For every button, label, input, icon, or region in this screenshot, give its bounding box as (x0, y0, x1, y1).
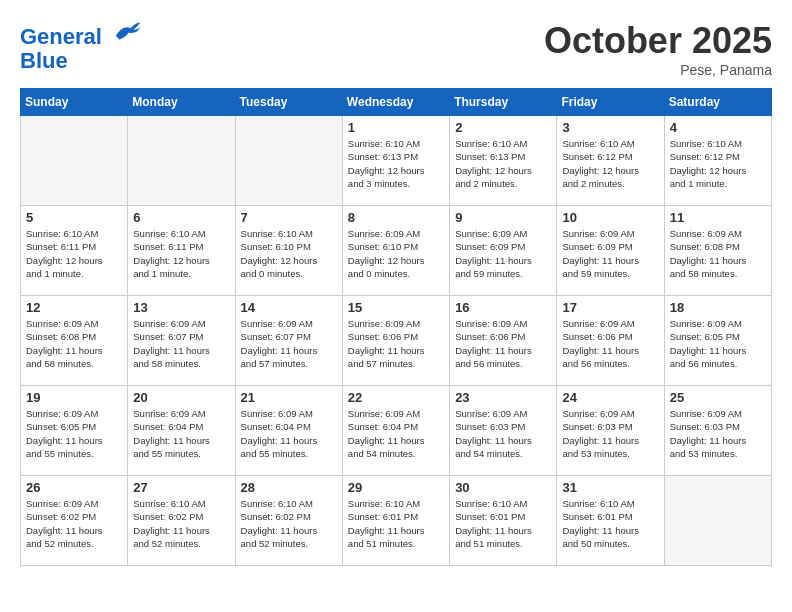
day-number: 4 (670, 120, 766, 135)
logo-text-blue: Blue (20, 49, 142, 73)
day-number: 14 (241, 300, 337, 315)
calendar-cell: 22Sunrise: 6:09 AM Sunset: 6:04 PM Dayli… (342, 386, 449, 476)
day-number: 24 (562, 390, 658, 405)
calendar-cell: 15Sunrise: 6:09 AM Sunset: 6:06 PM Dayli… (342, 296, 449, 386)
calendar-cell: 9Sunrise: 6:09 AM Sunset: 6:09 PM Daylig… (450, 206, 557, 296)
day-info: Sunrise: 6:09 AM Sunset: 6:10 PM Dayligh… (348, 227, 444, 280)
page-header: General Blue October 2025 Pese, Panama (20, 20, 772, 78)
day-header-wednesday: Wednesday (342, 89, 449, 116)
day-info: Sunrise: 6:09 AM Sunset: 6:09 PM Dayligh… (562, 227, 658, 280)
calendar-cell: 17Sunrise: 6:09 AM Sunset: 6:06 PM Dayli… (557, 296, 664, 386)
calendar-cell: 24Sunrise: 6:09 AM Sunset: 6:03 PM Dayli… (557, 386, 664, 476)
day-info: Sunrise: 6:10 AM Sunset: 6:02 PM Dayligh… (241, 497, 337, 550)
calendar-cell: 27Sunrise: 6:10 AM Sunset: 6:02 PM Dayli… (128, 476, 235, 566)
day-number: 30 (455, 480, 551, 495)
calendar-cell: 2Sunrise: 6:10 AM Sunset: 6:13 PM Daylig… (450, 116, 557, 206)
day-number: 3 (562, 120, 658, 135)
day-number: 7 (241, 210, 337, 225)
day-info: Sunrise: 6:09 AM Sunset: 6:07 PM Dayligh… (241, 317, 337, 370)
week-row-3: 19Sunrise: 6:09 AM Sunset: 6:05 PM Dayli… (21, 386, 772, 476)
day-info: Sunrise: 6:10 AM Sunset: 6:13 PM Dayligh… (455, 137, 551, 190)
day-info: Sunrise: 6:10 AM Sunset: 6:10 PM Dayligh… (241, 227, 337, 280)
day-info: Sunrise: 6:10 AM Sunset: 6:01 PM Dayligh… (455, 497, 551, 550)
calendar-cell: 19Sunrise: 6:09 AM Sunset: 6:05 PM Dayli… (21, 386, 128, 476)
calendar-table: SundayMondayTuesdayWednesdayThursdayFrid… (20, 88, 772, 566)
day-info: Sunrise: 6:09 AM Sunset: 6:05 PM Dayligh… (670, 317, 766, 370)
calendar-cell: 11Sunrise: 6:09 AM Sunset: 6:08 PM Dayli… (664, 206, 771, 296)
calendar-cell: 26Sunrise: 6:09 AM Sunset: 6:02 PM Dayli… (21, 476, 128, 566)
day-info: Sunrise: 6:09 AM Sunset: 6:08 PM Dayligh… (26, 317, 122, 370)
calendar-cell: 6Sunrise: 6:10 AM Sunset: 6:11 PM Daylig… (128, 206, 235, 296)
day-info: Sunrise: 6:09 AM Sunset: 6:04 PM Dayligh… (133, 407, 229, 460)
day-info: Sunrise: 6:09 AM Sunset: 6:03 PM Dayligh… (670, 407, 766, 460)
day-number: 31 (562, 480, 658, 495)
calendar-cell: 1Sunrise: 6:10 AM Sunset: 6:13 PM Daylig… (342, 116, 449, 206)
calendar-cell: 20Sunrise: 6:09 AM Sunset: 6:04 PM Dayli… (128, 386, 235, 476)
day-info: Sunrise: 6:10 AM Sunset: 6:11 PM Dayligh… (26, 227, 122, 280)
day-number: 20 (133, 390, 229, 405)
day-info: Sunrise: 6:10 AM Sunset: 6:11 PM Dayligh… (133, 227, 229, 280)
calendar-cell: 7Sunrise: 6:10 AM Sunset: 6:10 PM Daylig… (235, 206, 342, 296)
day-number: 13 (133, 300, 229, 315)
calendar-cell (235, 116, 342, 206)
calendar-cell: 13Sunrise: 6:09 AM Sunset: 6:07 PM Dayli… (128, 296, 235, 386)
day-number: 1 (348, 120, 444, 135)
day-info: Sunrise: 6:10 AM Sunset: 6:13 PM Dayligh… (348, 137, 444, 190)
day-header-friday: Friday (557, 89, 664, 116)
calendar-cell: 14Sunrise: 6:09 AM Sunset: 6:07 PM Dayli… (235, 296, 342, 386)
calendar-cell: 16Sunrise: 6:09 AM Sunset: 6:06 PM Dayli… (450, 296, 557, 386)
day-info: Sunrise: 6:10 AM Sunset: 6:12 PM Dayligh… (562, 137, 658, 190)
day-header-saturday: Saturday (664, 89, 771, 116)
day-number: 29 (348, 480, 444, 495)
day-info: Sunrise: 6:09 AM Sunset: 6:07 PM Dayligh… (133, 317, 229, 370)
calendar-cell (128, 116, 235, 206)
day-number: 18 (670, 300, 766, 315)
calendar-cell: 31Sunrise: 6:10 AM Sunset: 6:01 PM Dayli… (557, 476, 664, 566)
calendar-cell: 30Sunrise: 6:10 AM Sunset: 6:01 PM Dayli… (450, 476, 557, 566)
title-block: October 2025 Pese, Panama (544, 20, 772, 78)
day-info: Sunrise: 6:10 AM Sunset: 6:02 PM Dayligh… (133, 497, 229, 550)
calendar-cell: 23Sunrise: 6:09 AM Sunset: 6:03 PM Dayli… (450, 386, 557, 476)
day-number: 5 (26, 210, 122, 225)
calendar-cell (664, 476, 771, 566)
calendar-cell: 21Sunrise: 6:09 AM Sunset: 6:04 PM Dayli… (235, 386, 342, 476)
week-row-4: 26Sunrise: 6:09 AM Sunset: 6:02 PM Dayli… (21, 476, 772, 566)
day-number: 21 (241, 390, 337, 405)
calendar-cell (21, 116, 128, 206)
day-info: Sunrise: 6:09 AM Sunset: 6:03 PM Dayligh… (455, 407, 551, 460)
day-number: 2 (455, 120, 551, 135)
day-header-thursday: Thursday (450, 89, 557, 116)
day-info: Sunrise: 6:10 AM Sunset: 6:01 PM Dayligh… (562, 497, 658, 550)
calendar-cell: 29Sunrise: 6:10 AM Sunset: 6:01 PM Dayli… (342, 476, 449, 566)
day-info: Sunrise: 6:09 AM Sunset: 6:06 PM Dayligh… (348, 317, 444, 370)
day-header-tuesday: Tuesday (235, 89, 342, 116)
day-info: Sunrise: 6:09 AM Sunset: 6:05 PM Dayligh… (26, 407, 122, 460)
day-number: 6 (133, 210, 229, 225)
day-number: 16 (455, 300, 551, 315)
calendar-cell: 5Sunrise: 6:10 AM Sunset: 6:11 PM Daylig… (21, 206, 128, 296)
day-info: Sunrise: 6:09 AM Sunset: 6:06 PM Dayligh… (562, 317, 658, 370)
day-number: 22 (348, 390, 444, 405)
day-number: 17 (562, 300, 658, 315)
day-number: 27 (133, 480, 229, 495)
day-number: 8 (348, 210, 444, 225)
day-info: Sunrise: 6:09 AM Sunset: 6:03 PM Dayligh… (562, 407, 658, 460)
day-info: Sunrise: 6:09 AM Sunset: 6:06 PM Dayligh… (455, 317, 551, 370)
day-number: 10 (562, 210, 658, 225)
day-info: Sunrise: 6:09 AM Sunset: 6:04 PM Dayligh… (348, 407, 444, 460)
calendar-cell: 18Sunrise: 6:09 AM Sunset: 6:05 PM Dayli… (664, 296, 771, 386)
week-row-2: 12Sunrise: 6:09 AM Sunset: 6:08 PM Dayli… (21, 296, 772, 386)
day-number: 28 (241, 480, 337, 495)
header-row: SundayMondayTuesdayWednesdayThursdayFrid… (21, 89, 772, 116)
day-info: Sunrise: 6:09 AM Sunset: 6:02 PM Dayligh… (26, 497, 122, 550)
day-info: Sunrise: 6:10 AM Sunset: 6:01 PM Dayligh… (348, 497, 444, 550)
logo-text: General (20, 20, 142, 49)
day-number: 9 (455, 210, 551, 225)
calendar-cell: 8Sunrise: 6:09 AM Sunset: 6:10 PM Daylig… (342, 206, 449, 296)
day-number: 23 (455, 390, 551, 405)
logo: General Blue (20, 20, 142, 73)
calendar-cell: 25Sunrise: 6:09 AM Sunset: 6:03 PM Dayli… (664, 386, 771, 476)
day-info: Sunrise: 6:09 AM Sunset: 6:09 PM Dayligh… (455, 227, 551, 280)
day-number: 12 (26, 300, 122, 315)
week-row-1: 5Sunrise: 6:10 AM Sunset: 6:11 PM Daylig… (21, 206, 772, 296)
